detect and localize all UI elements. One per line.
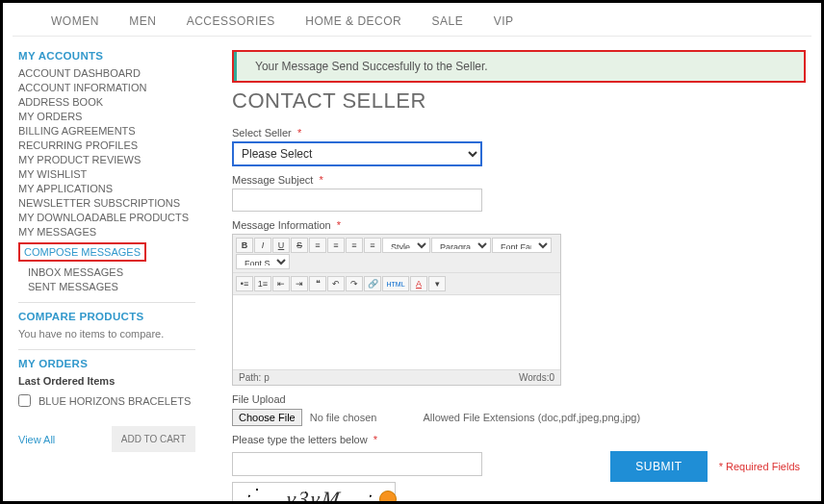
nav-sale[interactable]: SALE [432, 14, 464, 28]
form-footer: SUBMIT * Required Fields [610, 451, 800, 482]
nav-women[interactable]: WOMEN [51, 14, 99, 28]
message-subject-input[interactable] [232, 189, 482, 212]
captcha-label: Please type the letters below * [232, 434, 806, 445]
sidebar-item-compose[interactable]: COMPOSE MESSAGES [24, 246, 141, 258]
nav-men[interactable]: MEN [129, 14, 156, 28]
sidebar: MY ACCOUNTS ACCOUNT DASHBOARD ACCOUNT IN… [13, 50, 205, 504]
editor-wordcount: Words:0 [519, 372, 554, 383]
link-icon[interactable]: 🔗 [364, 276, 381, 291]
allowed-extensions: Allowed File Extensions (doc,pdf,jpeg,pn… [423, 412, 640, 423]
align-left-icon[interactable]: ≡ [309, 238, 326, 253]
captcha-text: v3yM [285, 487, 344, 504]
sidebar-item-inbox[interactable]: INBOX MESSAGES [28, 266, 195, 278]
indent-icon[interactable]: ⇥ [291, 276, 308, 291]
order-item-name: BLUE HORIZONS BRACELETS [39, 395, 191, 407]
view-all-link[interactable]: View All [18, 434, 55, 445]
quote-icon[interactable]: ❝ [309, 276, 326, 291]
file-upload-row: Choose File No file chosen Allowed File … [232, 409, 806, 426]
bold-icon[interactable]: B [236, 238, 253, 253]
info-label: Message Information * [232, 219, 806, 231]
sidebar-item-reviews[interactable]: MY PRODUCT REVIEWS [18, 154, 195, 165]
strike-icon[interactable]: S [291, 238, 308, 253]
editor-toolbar-1: B I U S ≡ ≡ ≡ ≡ Styles Paragraph Font Fa… [233, 235, 560, 273]
editor-toolbar-2: •≡ 1≡ ⇤ ⇥ ❝ ↶ ↷ 🔗 HTML A ▾ [233, 273, 560, 295]
number-list-icon[interactable]: 1≡ [254, 276, 271, 291]
compare-hint: You have no items to compare. [18, 328, 195, 340]
sidebar-item-newsletter[interactable]: NEWSLETTER SUBSCRIPTIONS [18, 197, 195, 209]
align-center-icon[interactable]: ≡ [327, 238, 345, 253]
alert-message: Your Message Send Succesfully to the Sel… [255, 60, 488, 73]
redo-icon[interactable]: ↷ [346, 276, 363, 291]
nav-home-decor[interactable]: HOME & DECOR [305, 14, 401, 28]
sidebar-item-dashboard[interactable]: ACCOUNT DASHBOARD [18, 67, 195, 79]
outdent-icon[interactable]: ⇤ [272, 276, 290, 291]
required-fields-note: * Required Fields [719, 461, 800, 472]
file-upload-label: File Upload [232, 393, 806, 405]
editor-footer: Path: p Words:0 [233, 370, 560, 385]
success-alert: Your Message Send Succesfully to the Sel… [234, 52, 804, 81]
compare-heading: COMPARE PRODUCTS [18, 311, 195, 322]
nav-accessories[interactable]: ACCESSORIES [187, 14, 275, 28]
undo-icon[interactable]: ↶ [327, 276, 345, 291]
select-seller[interactable]: Please Select [232, 141, 482, 166]
sidebar-item-my-messages[interactable]: MY MESSAGES [18, 226, 195, 238]
order-item-checkbox[interactable] [18, 394, 31, 407]
add-to-cart-button[interactable]: ADD TO CART [112, 426, 195, 452]
editor-path: Path: p [239, 372, 270, 383]
sidebar-item-address-book[interactable]: ADDRESS BOOK [18, 96, 195, 108]
sidebar-item-recurring[interactable]: RECURRING PROFILES [18, 139, 195, 151]
sidebar-heading: MY ACCOUNTS [18, 50, 195, 62]
editor-textarea[interactable] [233, 295, 560, 370]
top-nav: WOMEN MEN ACCESSORIES HOME & DECOR SALE … [13, 11, 811, 37]
subject-label: Message Subject * [232, 174, 806, 186]
sidebar-item-billing[interactable]: BILLING AGREEMENTS [18, 125, 195, 137]
sidebar-highlight: COMPOSE MESSAGES [18, 242, 146, 262]
captcha-image: v3yM [232, 482, 396, 504]
rich-text-editor: B I U S ≡ ≡ ≡ ≡ Styles Paragraph Font Fa… [232, 234, 561, 386]
orders-heading: MY ORDERS [18, 358, 195, 369]
editor-paragraph-select[interactable]: Paragraph [431, 238, 491, 253]
underline-icon[interactable]: U [272, 238, 290, 253]
align-justify-icon[interactable]: ≡ [364, 238, 381, 253]
html-icon[interactable]: HTML [382, 276, 409, 291]
bg-color-icon[interactable]: ▾ [428, 276, 446, 291]
sidebar-item-applications[interactable]: MY APPLICATIONS [18, 183, 195, 194]
reload-icon[interactable] [379, 491, 397, 504]
sidebar-item-wishlist[interactable]: MY WISHLIST [18, 168, 195, 180]
captcha-input[interactable] [232, 452, 482, 476]
editor-fontfamily-select[interactable]: Font Family [492, 238, 552, 253]
seller-label: Select Seller * [232, 127, 806, 139]
sidebar-item-my-orders[interactable]: MY ORDERS [18, 111, 195, 122]
sidebar-item-account-info[interactable]: ACCOUNT INFORMATION [18, 82, 195, 93]
text-color-icon[interactable]: A [410, 276, 427, 291]
main-content: Your Message Send Succesfully to the Sel… [205, 50, 811, 504]
choose-file-button[interactable]: Choose File [232, 409, 302, 426]
submit-button[interactable]: SUBMIT [610, 451, 707, 482]
page-title: CONTACT SELLER [232, 88, 806, 113]
editor-styles-select[interactable]: Styles [382, 238, 430, 253]
editor-fontsize-select[interactable]: Font Size [236, 254, 290, 269]
align-right-icon[interactable]: ≡ [346, 238, 363, 253]
alert-highlight: Your Message Send Succesfully to the Sel… [232, 50, 806, 83]
sidebar-item-downloadable[interactable]: MY DOWNLOADABLE PRODUCTS [18, 212, 195, 223]
order-item-row: BLUE HORIZONS BRACELETS [18, 394, 195, 407]
nav-vip[interactable]: VIP [494, 14, 514, 28]
bullet-list-icon[interactable]: •≡ [236, 276, 253, 291]
no-file-text: No file chosen [310, 412, 377, 423]
sidebar-item-sent[interactable]: SENT MESSAGES [28, 281, 195, 292]
orders-subheading: Last Ordered Items [18, 375, 195, 387]
italic-icon[interactable]: I [254, 238, 271, 253]
